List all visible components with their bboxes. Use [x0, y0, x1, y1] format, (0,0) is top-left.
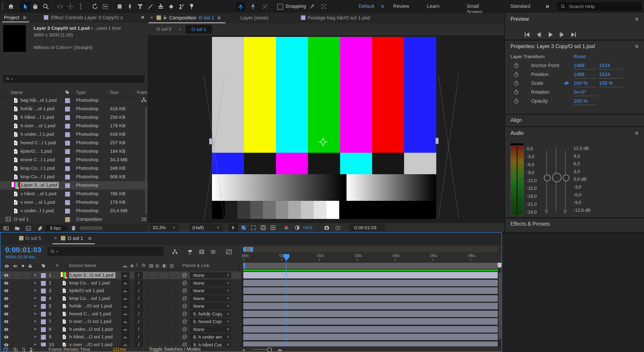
solo-column-icon[interactable]: [20, 264, 26, 268]
column-header-frame-rate[interactable]: Frame R: [137, 90, 148, 95]
project-item-name[interactable]: krop Co...l 1.psd: [20, 166, 55, 171]
frame-blending-icon[interactable]: [198, 249, 205, 255]
project-item-row[interactable]: h over ...ol 1.psdPhotoshop179 KB: [0, 122, 148, 130]
audio-column-speaker-icon[interactable]: [12, 264, 18, 269]
parent-link-dropdown[interactable]: None∨: [190, 288, 231, 294]
project-item-name[interactable]: forhår ...ol 1.psd: [20, 106, 54, 111]
search-help-box[interactable]: Search Help: [557, 2, 642, 11]
column-header-type[interactable]: Type: [76, 90, 86, 95]
adjustment-layer-column-icon[interactable]: [162, 264, 167, 268]
layer-visibility-eye-icon[interactable]: [4, 311, 9, 317]
mask-visibility-icon[interactable]: [260, 225, 266, 230]
parent-pick-whip-icon[interactable]: @: [182, 334, 187, 340]
anchor-point-crosshair-icon[interactable]: [319, 138, 328, 146]
layer-label-color-swatch[interactable]: [41, 296, 46, 302]
project-item-row[interactable]: h under...l 1.psdPhotoshop618 KB: [0, 130, 148, 139]
parent-pick-whip-icon[interactable]: @: [182, 326, 187, 332]
property-value[interactable]: 100 %: [574, 80, 597, 87]
project-item-name[interactable]: v over ...ol 1.psd: [20, 200, 55, 205]
scale-link-icon[interactable]: [564, 80, 569, 86]
layer-label-color-swatch[interactable]: [41, 273, 46, 278]
layer-shy-switch[interactable]: [121, 342, 129, 347]
transparency-grid-icon[interactable]: [240, 225, 246, 230]
dolly-camera-tool-button[interactable]: [76, 1, 86, 12]
layer-visibility-eye-icon[interactable]: [4, 296, 9, 301]
layer-duration-bar[interactable]: [243, 334, 498, 340]
hide-shy-layers-icon[interactable]: [29, 347, 34, 352]
pan-camera-tool-button[interactable]: [65, 1, 76, 12]
label-color-swatch[interactable]: [65, 115, 70, 120]
parent-pick-whip-icon[interactable]: @: [182, 280, 187, 286]
audio-slider-knob-right[interactable]: [562, 174, 570, 181]
layer-duration-bar[interactable]: [243, 311, 498, 317]
layer-shy-switch[interactable]: [121, 272, 129, 279]
layer-expand-chevron-icon[interactable]: ▸: [34, 326, 36, 331]
property-value[interactable]: 1524: [599, 72, 622, 78]
layer-expand-chevron-icon[interactable]: ▸: [34, 319, 36, 323]
audio-panel-menu-icon[interactable]: ≡: [635, 130, 638, 136]
parent-link-dropdown[interactable]: 8. h under arm∨: [190, 334, 231, 340]
interpret-footage-icon[interactable]: [3, 226, 9, 231]
parent-pick-whip-icon[interactable]: @: [182, 318, 187, 324]
label-color-swatch[interactable]: [65, 166, 70, 171]
parent-pick-whip-icon[interactable]: @: [182, 296, 187, 302]
layer-duration-bar[interactable]: [243, 280, 498, 286]
type-tool-button[interactable]: [135, 1, 145, 12]
project-item-name[interactable]: Layer 3...ol 1.psd: [20, 182, 59, 188]
parent-link-dropdown[interactable]: None∨: [190, 326, 231, 332]
draft-3d-icon[interactable]: [187, 249, 193, 255]
label-color-swatch[interactable]: [65, 158, 70, 163]
project-item-name[interactable]: krone C...l 1.psd: [20, 157, 55, 162]
layer-shy-switch[interactable]: [121, 303, 129, 310]
project-item-name[interactable]: krop Co...l 1.psd: [20, 174, 55, 179]
viewer-panel-menu-icon[interactable]: ≡: [217, 15, 221, 21]
label-color-swatch[interactable]: [65, 183, 70, 188]
magnification-dropdown[interactable]: 33,3% ∨: [149, 224, 179, 232]
graph-editor-icon[interactable]: [226, 249, 232, 255]
layer-expand-chevron-icon[interactable]: ▸: [34, 303, 36, 308]
layer-visibility-eye-icon[interactable]: [4, 272, 9, 278]
layer-label-color-swatch[interactable]: [41, 304, 46, 309]
time-navigator-end-handle[interactable]: [251, 247, 253, 252]
fast-previews-button[interactable]: [228, 224, 238, 232]
project-item-row[interactable]: forhår ...ol 1.psdPhotoshop618 KB: [0, 105, 148, 114]
parent-pick-whip-icon[interactable]: @: [182, 303, 187, 309]
timeline-tab-close-icon[interactable]: ×: [54, 235, 57, 241]
column-header-size[interactable]: Size: [110, 90, 119, 95]
timeline-layer-row[interactable]: ▸10v over .../O sol 1.psd/@9. h hånd Cop…: [0, 341, 242, 347]
layer-visibility-eye-icon[interactable]: [4, 342, 9, 347]
layer-expand-chevron-icon[interactable]: ▸: [34, 311, 36, 316]
layer-duration-bar[interactable]: [243, 287, 498, 294]
exposure-value[interactable]: +0,0: [303, 225, 312, 230]
layer-expand-chevron-icon[interactable]: ▸: [34, 334, 36, 339]
timeline-layer-row[interactable]: ▸8h under...O sol 1.psd/@None∨: [0, 326, 242, 334]
layer-quality-switch[interactable]: /: [134, 280, 143, 287]
label-color-swatch[interactable]: [65, 200, 70, 205]
parent-link-dropdown[interactable]: None∨: [190, 272, 231, 278]
layer-transform-reset-link[interactable]: Reset: [574, 54, 586, 59]
layer-expand-chevron-icon[interactable]: ▸: [34, 296, 36, 300]
layer-transform-section-label[interactable]: Layer Transform: [510, 54, 545, 59]
layer-visibility-eye-icon[interactable]: [4, 280, 9, 286]
breadcrumb-current-comp[interactable]: O sol 1: [186, 25, 212, 34]
project-item-row[interactable]: bag hår...ol 1.psdPhotoshop: [0, 96, 148, 105]
project-item-row[interactable]: Layer 3...ol 1.psdPhotoshop: [0, 181, 148, 190]
orbit-camera-tool-button[interactable]: [55, 1, 65, 12]
layer-expand-chevron-icon[interactable]: ▸: [34, 272, 36, 277]
breadcrumb-prev-comp[interactable]: O sol 5: [156, 26, 172, 32]
first-frame-button[interactable]: [524, 31, 530, 38]
lock-open-icon[interactable]: [163, 15, 167, 20]
align-panel-title[interactable]: Align: [510, 117, 522, 123]
project-item-row[interactable]: krop Co...l 1.psdPhotoshop906 KB: [0, 173, 148, 181]
project-item-name[interactable]: hoved C...l 1.psd: [20, 140, 56, 145]
layer-shy-switch[interactable]: [121, 318, 129, 325]
project-horizontal-scrollbar[interactable]: [80, 226, 103, 230]
label-color-swatch[interactable]: [65, 192, 70, 197]
layer-quality-switch[interactable]: /: [134, 311, 143, 318]
work-area-bar[interactable]: [243, 262, 498, 269]
preview-panel-title[interactable]: Preview: [510, 16, 529, 22]
layer-source-name[interactable]: Layer 3...O sol 1.psd: [69, 272, 116, 278]
layer-shy-switch[interactable]: [121, 326, 129, 333]
viewer-tab-composition[interactable]: Composition: [169, 15, 196, 21]
timeline-current-timecode[interactable]: 0:00:01:03: [5, 246, 42, 254]
